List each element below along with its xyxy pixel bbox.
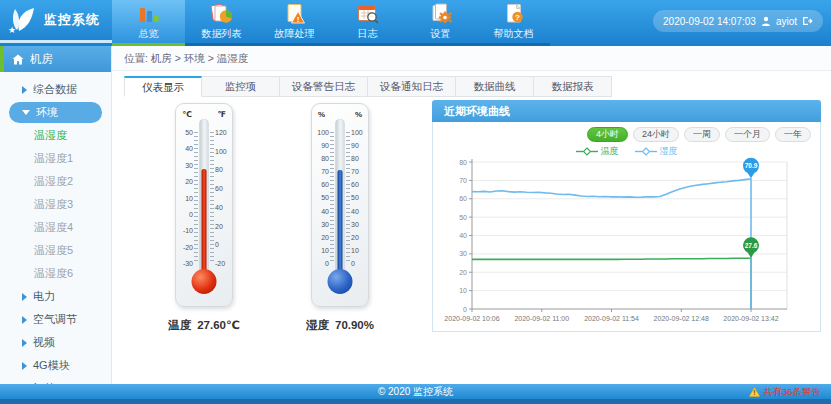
sidebar-item-综合数据[interactable]: 综合数据	[0, 78, 111, 101]
sidebar-item-4G模块[interactable]: 4G模块	[0, 354, 111, 377]
sidebar-item-label: 温湿度	[34, 128, 67, 143]
top-nav: 总览数据列表!故障处理日志设置?帮助文档	[112, 0, 550, 46]
sidebar-root-label: 机房	[30, 52, 53, 67]
sidebar-item-温湿度4[interactable]: 温湿度4	[0, 216, 111, 239]
sidebar-item-空气调节[interactable]: 空气调节	[0, 308, 111, 331]
svg-text:2020-09-02 11:54: 2020-09-02 11:54	[584, 315, 639, 322]
sidebar-root[interactable]: 机房	[0, 46, 111, 72]
sidebar-item-温湿度6[interactable]: 温湿度6	[0, 262, 111, 285]
sidebar-item-label: 电力	[33, 289, 55, 304]
sidebar-item-label: 视频	[33, 335, 55, 350]
user-pill[interactable]: 2020-09-02 14:07:03 ayiot	[653, 10, 823, 32]
svg-text:30: 30	[459, 250, 467, 257]
sidebar-item-温湿度3[interactable]: 温湿度3	[0, 193, 111, 216]
reading-value: 70.90%	[335, 319, 374, 331]
gauge-reading: 温度27.60℃	[168, 318, 240, 333]
tab-设备通知日志[interactable]: 设备通知日志	[368, 76, 456, 97]
warning-icon: !	[749, 387, 760, 397]
sidebar-item-label: 温湿度3	[34, 197, 73, 212]
reading-value: 27.60℃	[197, 319, 240, 331]
nav-item-label: 总览	[139, 27, 159, 41]
nav-item-help-doc[interactable]: ?帮助文档	[477, 0, 550, 46]
sidebar-item-label: 综合数据	[33, 82, 77, 97]
sidebar-item-温湿度1[interactable]: 温湿度1	[0, 147, 111, 170]
nav-item-label: 故障处理	[275, 27, 315, 41]
chevron-right-icon	[22, 293, 27, 301]
sidebar-item-温湿度2[interactable]: 温湿度2	[0, 170, 111, 193]
unit-left: %	[318, 110, 325, 119]
end-marker-温度: 27.6	[743, 237, 759, 258]
env-chart-svg[interactable]: 010203040506070802020-09-02 10:062020-09…	[442, 156, 811, 326]
fault-warning-icon: !	[282, 2, 308, 26]
brand[interactable]: ★ 监控系统	[0, 0, 112, 43]
svg-text:27.6: 27.6	[745, 242, 758, 249]
sidebar-item-label: 空气调节	[33, 312, 77, 327]
nav-item-label: 设置	[431, 27, 451, 41]
chevron-right-icon	[22, 316, 27, 324]
logout-icon[interactable]	[802, 16, 813, 26]
svg-text:2020-09-02 12:48: 2020-09-02 12:48	[654, 315, 709, 322]
svg-text:2020-09-02 13:42: 2020-09-02 13:42	[723, 315, 778, 322]
tab-设备警告日志[interactable]: 设备警告日志	[280, 76, 368, 97]
scale-right: 120100806040200-20	[215, 129, 230, 267]
sidebar-item-视频[interactable]: 视频	[0, 331, 111, 354]
sidebar-item-label: 温湿度1	[34, 151, 73, 166]
sidebar-item-label: 温湿度6	[34, 266, 73, 281]
nav-item-overview-bars[interactable]: 总览	[112, 0, 185, 46]
sidebar-item-label: 温湿度4	[34, 220, 73, 235]
tab-仪表显示[interactable]: 仪表显示	[124, 76, 202, 97]
range-button-一周[interactable]: 一周	[684, 127, 720, 142]
sidebar-item-环境[interactable]: 环境	[9, 102, 102, 123]
range-buttons: 4小时24小时一周一个月一年	[587, 127, 811, 142]
unit-right: ℉	[217, 110, 226, 119]
sidebar-item-温湿度[interactable]: 温湿度	[0, 124, 111, 147]
svg-text:?: ?	[515, 13, 520, 22]
tab-数据报表[interactable]: 数据报表	[534, 76, 612, 97]
footer: © 2020 监控系统 ! 共有36条警告	[0, 384, 831, 404]
sidebar-item-label: 4G模块	[33, 358, 70, 373]
mercury-fill	[202, 169, 207, 281]
range-button-一年[interactable]: 一年	[775, 127, 811, 142]
tab-数据曲线[interactable]: 数据曲线	[456, 76, 534, 97]
brand-logo-icon: ★	[8, 6, 38, 34]
svg-text:40: 40	[459, 232, 467, 239]
ticks-right	[210, 132, 214, 264]
help-doc-icon: ?	[501, 2, 527, 26]
sidebar-tree: 综合数据环境温湿度温湿度1温湿度2温湿度3温湿度4温湿度5温湿度6电力空气调节视…	[0, 72, 111, 400]
scale-right: 1009080706050403020100	[351, 129, 366, 267]
range-button-24小时[interactable]: 24小时	[633, 127, 679, 142]
footer-strip	[0, 399, 831, 404]
svg-text:★: ★	[8, 25, 16, 34]
range-button-4小时[interactable]: 4小时	[587, 127, 628, 142]
gauge-temperature: ℃℉50403020100-10-20-30120100806040200-20…	[144, 103, 264, 333]
log-calendar-icon	[355, 2, 381, 26]
nav-item-data-list-pie[interactable]: 数据列表	[185, 0, 258, 46]
sidebar-item-label: 温湿度5	[34, 243, 73, 258]
scale-left: 50403020100-10-20-30	[178, 129, 193, 267]
ticks-left	[194, 132, 198, 264]
thermo-units: ℃℉	[176, 110, 232, 119]
nav-item-settings-gear[interactable]: 设置	[404, 0, 477, 46]
nav-item-label: 数据列表	[202, 27, 242, 41]
svg-text:0: 0	[463, 306, 467, 313]
breadcrumb: 位置: 机房 > 环境 > 温湿度	[112, 46, 831, 71]
reading-label: 湿度	[306, 319, 329, 331]
reading-label: 温度	[168, 319, 191, 331]
nav-item-log-calendar[interactable]: 日志	[331, 0, 404, 46]
unit-right: %	[355, 110, 362, 119]
thermometer-body: %%10090807060504030201001009080706050403…	[311, 103, 369, 307]
home-icon	[12, 54, 24, 65]
bulb	[328, 269, 353, 294]
sidebar-item-温湿度5[interactable]: 温湿度5	[0, 239, 111, 262]
warning-counter[interactable]: ! 共有36条警告	[749, 384, 821, 399]
range-button-一个月[interactable]: 一个月	[725, 127, 770, 142]
sidebar-item-电力[interactable]: 电力	[0, 285, 111, 308]
gauge-humidity: %%10090807060504030201001009080706050403…	[280, 103, 400, 333]
tab-监控项[interactable]: 监控项	[202, 76, 280, 97]
sidebar: 机房 综合数据环境温湿度温湿度1温湿度2温湿度3温湿度4温湿度5温湿度6电力空气…	[0, 46, 112, 384]
top-header: ★ 监控系统 总览数据列表!故障处理日志设置?帮助文档 2020-09-02 1…	[0, 0, 831, 46]
nav-item-fault-warning[interactable]: !故障处理	[258, 0, 331, 46]
user-icon	[761, 16, 771, 26]
thermo-units: %%	[312, 110, 368, 119]
svg-text:10: 10	[459, 287, 467, 294]
